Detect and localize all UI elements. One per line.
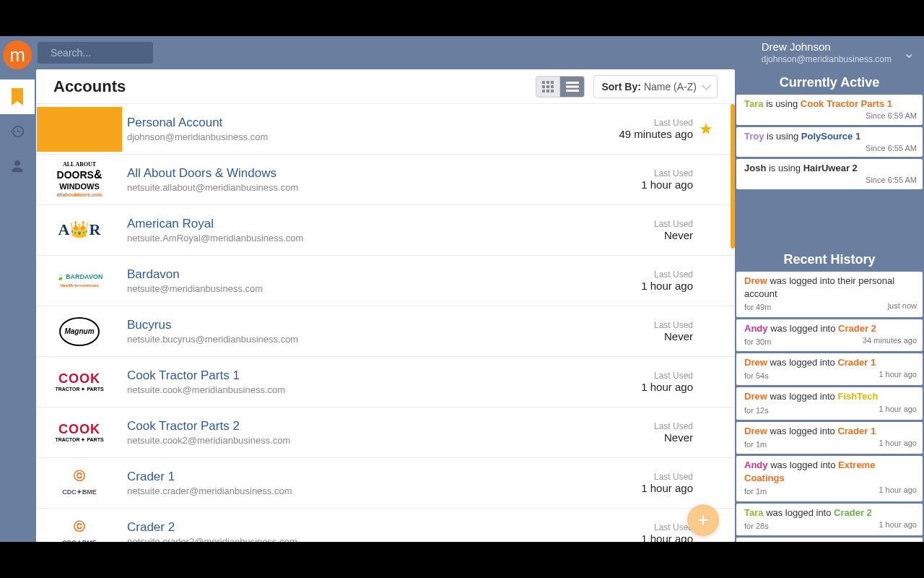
bookmark-icon bbox=[10, 88, 25, 105]
history-duration: for 1m bbox=[744, 440, 767, 449]
account-logo: ⓒCDC✦BME bbox=[36, 509, 123, 543]
account-email: netsuite.crader@meridianbusiness.com bbox=[127, 486, 599, 496]
account-row[interactable]: ALL ABOUTDOORS&WINDOWSallaboutdoors.comA… bbox=[36, 155, 735, 205]
history-card[interactable]: Andy was logged into Extreme Coatingsfor… bbox=[736, 456, 923, 501]
account-row[interactable]: Personal Accountdjohnson@meridianbusines… bbox=[36, 104, 735, 155]
last-used-value: 1 hour ago bbox=[599, 381, 693, 393]
right-panel: Currently Active Tara is using Cook Trac… bbox=[735, 69, 924, 542]
history-time: 1 hour ago bbox=[879, 438, 917, 449]
star-icon[interactable]: ★ bbox=[699, 373, 718, 392]
main-area: Drew Johnson djohnson@meridianbusiness.c… bbox=[35, 36, 924, 542]
history-duration: for 12s bbox=[744, 406, 769, 415]
user-icon bbox=[10, 159, 25, 173]
account-logo: 🍃 BARDAVONHealth Innovations bbox=[36, 256, 123, 306]
account-name: American Royal bbox=[127, 217, 599, 231]
account-row[interactable]: COOKTRACTOR ✦ PARTSCook Tractor Parts 1n… bbox=[36, 357, 735, 407]
history-text: was logged into bbox=[770, 460, 835, 470]
user-menu[interactable]: Drew Johnson djohnson@meridianbusiness.c… bbox=[762, 40, 915, 65]
last-used-label: Last Used bbox=[599, 118, 693, 128]
account-logo: A👑R bbox=[36, 205, 123, 256]
history-user: Drew bbox=[744, 357, 767, 368]
svg-rect-5 bbox=[551, 85, 554, 88]
account-row[interactable]: ⓒCDC✦BMECrader 2netsuite.crader2@meridia… bbox=[36, 509, 735, 542]
sort-dropdown[interactable]: Sort By: Name (A-Z) bbox=[593, 75, 718, 98]
last-used-value: 49 minutes ago bbox=[599, 128, 693, 140]
svg-rect-3 bbox=[542, 85, 545, 88]
account-logo: COOKTRACTOR ✦ PARTS bbox=[36, 357, 123, 407]
svg-rect-7 bbox=[546, 90, 549, 92]
history-card[interactable]: Drew was logged into their personal acco… bbox=[736, 272, 923, 317]
history-user: Drew bbox=[744, 275, 767, 286]
history-user: Drew bbox=[744, 391, 767, 402]
account-name: Crader 1 bbox=[127, 470, 599, 484]
account-row[interactable]: COOKTRACTOR ✦ PARTSCook Tractor Parts 2n… bbox=[36, 407, 735, 458]
account-row[interactable]: A👑RAmerican Royalnetsuite.AmRoyal@meridi… bbox=[36, 205, 735, 256]
user-name: Drew Johnson bbox=[762, 40, 892, 54]
last-used-label: Last Used bbox=[599, 269, 693, 280]
sort-label: Sort By: bbox=[601, 81, 640, 92]
nav-profile[interactable] bbox=[0, 149, 35, 184]
account-logo: ALL ABOUTDOORS&WINDOWSallaboutdoors.com bbox=[36, 155, 123, 205]
activity-card[interactable]: Troy is using PolySource 1Since 6:55 AM bbox=[736, 127, 923, 158]
history-icon bbox=[9, 124, 25, 139]
page-title: Accounts bbox=[53, 77, 126, 96]
activity-user: Troy bbox=[744, 131, 764, 142]
history-card[interactable]: Drew was logged into Crader 1for 54s1 ho… bbox=[736, 353, 923, 385]
list-icon bbox=[566, 82, 579, 92]
activity-user: Tara bbox=[744, 98, 764, 109]
user-email: djohnson@meridianbusiness.com bbox=[762, 54, 892, 66]
search-box[interactable] bbox=[38, 42, 153, 64]
star-icon[interactable]: ★ bbox=[699, 272, 718, 290]
account-email: netsuite.cook@meridianbusiness.com bbox=[127, 384, 599, 395]
account-email: netsuite.AmRoyal@meridianbusiness.com bbox=[127, 233, 599, 243]
search-input[interactable] bbox=[51, 47, 177, 59]
account-row[interactable]: 🍃 BARDAVONHealth InnovationsBardavonnets… bbox=[36, 256, 735, 306]
activity-card[interactable]: Josh is using HairUwear 2Since 6:55 AM bbox=[736, 159, 923, 189]
account-row[interactable]: ⓒCDC✦BMECrader 1netsuite.crader@meridian… bbox=[36, 458, 735, 509]
list-view-button[interactable] bbox=[560, 76, 585, 98]
star-icon[interactable]: ★ bbox=[699, 474, 718, 493]
history-time: 1 hour ago bbox=[879, 369, 917, 380]
last-used-value: Never bbox=[599, 229, 693, 241]
star-icon[interactable]: ★ bbox=[699, 322, 718, 341]
history-account: Crader 1 bbox=[837, 357, 876, 368]
account-logo bbox=[36, 104, 123, 155]
add-account-button[interactable]: + bbox=[687, 504, 719, 536]
star-icon[interactable]: ★ bbox=[699, 221, 718, 240]
last-used-value: Never bbox=[599, 431, 693, 444]
account-name: Cook Tractor Parts 1 bbox=[127, 368, 599, 383]
account-logo: Magnum bbox=[36, 306, 123, 357]
nav-bookmarks[interactable] bbox=[0, 79, 35, 114]
activity-time: Since 6:59 AM bbox=[744, 111, 917, 121]
account-email: netsuite.bucyrus@meridianbusiness.com bbox=[127, 334, 599, 345]
accounts-header: Accounts Sort By: Name (A-Z) bbox=[36, 69, 735, 104]
last-used-label: Last Used bbox=[599, 320, 693, 330]
history-user: Tara bbox=[744, 507, 764, 518]
app-logo[interactable]: m bbox=[3, 40, 32, 69]
nav-history[interactable] bbox=[0, 114, 35, 149]
chevron-down-icon[interactable]: ⌄ bbox=[903, 44, 915, 61]
account-row[interactable]: MagnumBucyrusnetsuite.bucyrus@meridianbu… bbox=[36, 306, 735, 357]
star-icon[interactable]: ★ bbox=[699, 120, 718, 139]
history-card[interactable]: Drew was logged into FishTechfor 12s1 ho… bbox=[736, 387, 923, 419]
history-user: Drew bbox=[744, 426, 767, 436]
history-time: 1 hour ago bbox=[879, 519, 917, 530]
accounts-list[interactable]: Personal Accountdjohnson@meridianbusines… bbox=[36, 104, 735, 542]
svg-rect-11 bbox=[566, 90, 579, 92]
history-text: was logged into bbox=[770, 357, 834, 368]
star-icon[interactable]: ★ bbox=[699, 171, 718, 189]
history-card[interactable]: Drew was logged into Crader 1for 1m1 hou… bbox=[736, 422, 923, 454]
star-icon[interactable]: ★ bbox=[699, 423, 718, 442]
activity-card[interactable]: Tara is using Cook Tractor Parts 1Since … bbox=[736, 95, 923, 125]
history-account: Crader 2 bbox=[838, 323, 876, 334]
grid-view-button[interactable] bbox=[536, 76, 560, 98]
history-card[interactable]: Andy was logged into Crader 2for 30m34 m… bbox=[736, 319, 923, 351]
account-name: Cook Tractor Parts 2 bbox=[127, 419, 599, 434]
view-toggle bbox=[536, 76, 585, 98]
accounts-panel: Accounts Sort By: Name (A-Z) bbox=[36, 69, 735, 542]
activity-user: Josh bbox=[744, 163, 766, 173]
history-card[interactable]: Tara was logged into Crader 2for 28s1 ho… bbox=[736, 504, 923, 535]
scroll-indicator[interactable] bbox=[731, 104, 735, 249]
svg-rect-6 bbox=[542, 90, 545, 92]
activity-account: HairUwear 2 bbox=[803, 163, 858, 173]
